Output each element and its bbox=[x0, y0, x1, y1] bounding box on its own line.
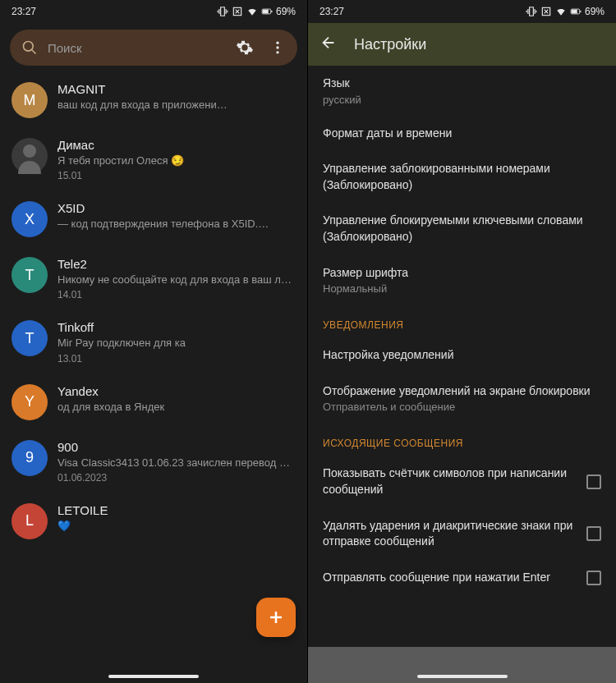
chat-item[interactable]: XX5ID— код подтверждения телефона в X5ID… bbox=[0, 191, 307, 247]
chat-item[interactable]: TTinkoffMir Pay подключен для ка13.01 bbox=[0, 310, 307, 374]
wifi-icon bbox=[555, 6, 567, 17]
vibrate-icon bbox=[526, 6, 537, 17]
battery-icon bbox=[570, 6, 582, 17]
chat-name: Tinkoff bbox=[57, 320, 296, 334]
avatar: T bbox=[11, 257, 48, 293]
checkbox[interactable] bbox=[586, 474, 601, 489]
setting-sub: Отправитель и сообщение bbox=[323, 401, 601, 413]
settings-gear-button[interactable] bbox=[232, 34, 258, 61]
setting-sub: русский bbox=[323, 94, 601, 106]
checkbox[interactable] bbox=[586, 571, 601, 585]
chat-date: 01.06.2023 bbox=[57, 472, 296, 484]
setting-item[interactable]: Показывать счётчик символов при написани… bbox=[308, 456, 616, 507]
setting-item[interactable]: Отображение уведомлений на экране блокир… bbox=[308, 374, 616, 424]
setting-label: Настройка уведомлений bbox=[323, 347, 601, 364]
svg-rect-3 bbox=[271, 11, 272, 12]
chat-preview: 💙 bbox=[57, 519, 296, 534]
setting-item[interactable]: Языкрусский bbox=[308, 66, 616, 116]
svg-point-7 bbox=[276, 51, 278, 53]
chat-item[interactable]: YYandexод для входа в Яндек bbox=[0, 374, 307, 430]
no-sim-icon bbox=[540, 6, 552, 17]
chat-item[interactable]: ДимасЯ тебя простил Олеся 😏15.01 bbox=[0, 128, 307, 191]
chat-item[interactable]: 9900Visa Classic3413 01.06.23 зачислен п… bbox=[0, 430, 307, 493]
battery-icon bbox=[261, 6, 273, 17]
chat-name: LETOILE bbox=[57, 503, 296, 517]
avatar: Y bbox=[11, 384, 48, 420]
home-indicator[interactable] bbox=[108, 675, 199, 678]
more-menu-button[interactable] bbox=[264, 34, 291, 61]
chat-list[interactable]: MMAGNITваш код для входа в приложени…Дим… bbox=[0, 72, 307, 549]
settings-header: Настройки bbox=[308, 23, 616, 66]
setting-item[interactable]: Отправлять сообщение при нажатии Enter bbox=[308, 560, 616, 596]
chat-date: 15.01 bbox=[57, 170, 296, 181]
chat-item[interactable]: MMAGNITваш код для входа в приложени… bbox=[0, 72, 307, 128]
search-bar[interactable]: Поиск bbox=[10, 30, 297, 66]
status-bar: 23:27 69% bbox=[308, 0, 616, 23]
chat-list-pane: 23:27 69% Поиск MMAGNITваш код для входа… bbox=[0, 0, 308, 683]
status-bar: 23:27 69% bbox=[0, 0, 307, 23]
svg-rect-11 bbox=[572, 10, 577, 14]
more-vertical-icon bbox=[269, 39, 286, 56]
chat-item[interactable]: TTele2Никому не сообщайте код для входа … bbox=[0, 247, 307, 310]
svg-rect-2 bbox=[263, 10, 269, 14]
status-icons: 69% bbox=[526, 6, 605, 17]
section-header-outgoing: ИСХОДЯЩИЕ СООБЩЕНИЯ bbox=[308, 423, 616, 456]
battery-percent: 69% bbox=[276, 6, 296, 17]
avatar: X bbox=[11, 201, 48, 237]
battery-percent: 69% bbox=[585, 6, 605, 17]
avatar: L bbox=[11, 503, 48, 539]
search-icon bbox=[21, 39, 38, 56]
status-time: 23:27 bbox=[11, 6, 217, 17]
wifi-icon bbox=[246, 6, 258, 17]
search-placeholder: Поиск bbox=[48, 41, 232, 55]
setting-item[interactable]: Размер шрифтаНормальный bbox=[308, 255, 616, 305]
back-button[interactable] bbox=[319, 34, 338, 55]
settings-pane: 23:27 69% Настройки ЯзыкрусскийФормат да… bbox=[308, 0, 616, 683]
settings-title: Настройки bbox=[354, 36, 426, 53]
status-time: 23:27 bbox=[319, 6, 526, 17]
setting-label: Удалять ударения и диакритические знаки … bbox=[323, 518, 577, 550]
setting-label: Управление заблокированными номерами (За… bbox=[323, 161, 601, 193]
chat-preview: Mir Pay подключен для ка bbox=[57, 336, 296, 351]
setting-label: Управление блокируемыми ключевыми словам… bbox=[323, 213, 601, 245]
chat-preview: — код подтверждения телефона в X5ID.… bbox=[57, 217, 296, 231]
setting-item[interactable]: Формат даты и времени bbox=[308, 116, 616, 152]
chat-preview: од для входа в Яндек bbox=[57, 400, 296, 415]
chat-preview: Visa Classic3413 01.06.23 зачислен перев… bbox=[57, 456, 296, 470]
setting-item[interactable]: Управление блокируемыми ключевыми словам… bbox=[308, 203, 616, 254]
section-header-notifications: УВЕДОМЛЕНИЯ bbox=[308, 305, 616, 337]
vibrate-icon bbox=[217, 6, 228, 17]
chat-name: Yandex bbox=[57, 384, 296, 398]
chat-date: 14.01 bbox=[57, 289, 296, 300]
arrow-left-icon bbox=[319, 34, 338, 52]
compose-fab[interactable] bbox=[256, 598, 296, 637]
chat-date: 13.01 bbox=[57, 353, 296, 364]
setting-sub: Нормальный bbox=[323, 282, 601, 295]
checkbox[interactable] bbox=[586, 526, 601, 541]
chat-name: 900 bbox=[57, 440, 296, 454]
setting-label: Язык bbox=[323, 76, 601, 92]
svg-point-5 bbox=[276, 42, 278, 44]
svg-point-8 bbox=[23, 144, 36, 158]
svg-point-6 bbox=[276, 46, 278, 48]
chat-item[interactable]: LLETOILE💙 bbox=[0, 493, 307, 549]
settings-body[interactable]: ЯзыкрусскийФормат даты и времениУправлен… bbox=[308, 66, 616, 595]
setting-label: Формат даты и времени bbox=[323, 126, 601, 142]
status-icons: 69% bbox=[217, 6, 296, 17]
setting-item[interactable]: Удалять ударения и диакритические знаки … bbox=[308, 508, 616, 560]
setting-label: Показывать счётчик символов при написани… bbox=[323, 465, 577, 497]
setting-item[interactable]: Настройка уведомлений bbox=[308, 337, 616, 374]
setting-label: Размер шрифта bbox=[323, 265, 601, 282]
avatar: M bbox=[11, 82, 48, 118]
chat-name: Димас bbox=[57, 138, 296, 152]
no-sim-icon bbox=[232, 6, 243, 17]
chat-name: MAGNIT bbox=[57, 82, 296, 96]
chat-name: Tele2 bbox=[57, 257, 296, 271]
setting-item[interactable]: Управление заблокированными номерами (За… bbox=[308, 151, 616, 203]
setting-label: Отправлять сообщение при нажатии Enter bbox=[323, 570, 577, 586]
home-indicator[interactable] bbox=[417, 675, 508, 678]
avatar bbox=[11, 138, 48, 174]
gear-icon bbox=[236, 39, 254, 57]
chat-name: X5ID bbox=[57, 201, 296, 215]
plus-icon bbox=[266, 607, 286, 627]
